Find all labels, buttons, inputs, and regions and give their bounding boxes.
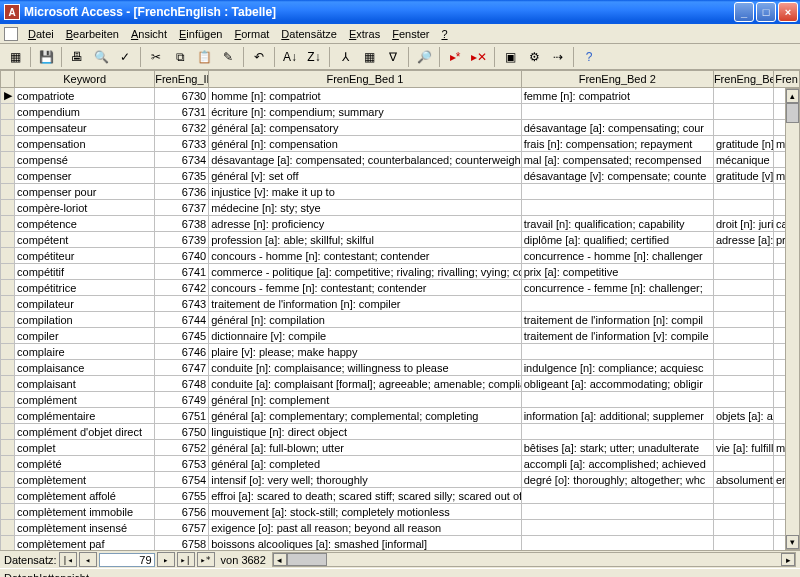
- rel-button[interactable]: ⇢: [547, 46, 569, 68]
- menu-einfügen[interactable]: Einfügen: [173, 26, 228, 42]
- row-selector[interactable]: [1, 456, 15, 472]
- row-selector[interactable]: [1, 488, 15, 504]
- cell[interactable]: 6733: [155, 136, 209, 152]
- cell[interactable]: intensif [o]: very well; thoroughly: [209, 472, 521, 488]
- cell[interactable]: concours - femme [n]: contestant; conten…: [209, 280, 521, 296]
- cell[interactable]: 6751: [155, 408, 209, 424]
- row-selector[interactable]: [1, 392, 15, 408]
- filter-form-button[interactable]: ▦: [358, 46, 380, 68]
- cell[interactable]: objets [a]: auxili: [713, 408, 773, 424]
- cell[interactable]: femme [n]: compatriot: [521, 88, 713, 104]
- cell[interactable]: 6745: [155, 328, 209, 344]
- table-row[interactable]: complaisant6748conduite [a]: complaisant…: [1, 376, 800, 392]
- cell[interactable]: 6737: [155, 200, 209, 216]
- table-row[interactable]: compère-loriot6737médecine [n]: sty; sty…: [1, 200, 800, 216]
- cell[interactable]: [521, 184, 713, 200]
- row-selector[interactable]: [1, 152, 15, 168]
- table-row[interactable]: compétent6739profession [a]: able; skill…: [1, 232, 800, 248]
- menu-format[interactable]: Format: [228, 26, 275, 42]
- vertical-scrollbar[interactable]: ▴ ▾: [785, 88, 800, 550]
- cell[interactable]: gratitude [v]: do: [713, 168, 773, 184]
- cell[interactable]: [713, 200, 773, 216]
- cell[interactable]: conduite [n]: complaisance; willingness …: [209, 360, 521, 376]
- cell[interactable]: gratitude [n]: sc: [713, 136, 773, 152]
- row-selector[interactable]: [1, 472, 15, 488]
- table-row[interactable]: compétitif6741commerce - politique [a]: …: [1, 264, 800, 280]
- cell[interactable]: 6748: [155, 376, 209, 392]
- row-selector[interactable]: [1, 232, 15, 248]
- row-selector[interactable]: [1, 280, 15, 296]
- table-row[interactable]: compétence6738adresse [n]: proficiencytr…: [1, 216, 800, 232]
- nav-first-button[interactable]: |◂: [59, 552, 77, 567]
- cell[interactable]: 6746: [155, 344, 209, 360]
- preview-button[interactable]: 🔍: [90, 46, 112, 68]
- cell[interactable]: [713, 360, 773, 376]
- cell[interactable]: complètement affolé: [15, 488, 155, 504]
- cell[interactable]: absolument [o]:: [713, 472, 773, 488]
- menu-ansicht[interactable]: Ansicht: [125, 26, 173, 42]
- table-row[interactable]: compensé6734désavantage [a]: compensated…: [1, 152, 800, 168]
- cell[interactable]: compilateur: [15, 296, 155, 312]
- cell[interactable]: traitement de l'information [n]: compile…: [209, 296, 521, 312]
- table-row[interactable]: complémentaire6751général [a]: complemen…: [1, 408, 800, 424]
- column-header[interactable]: Keyword: [15, 71, 155, 88]
- scroll-left-icon[interactable]: ◂: [273, 553, 287, 566]
- cell[interactable]: 6756: [155, 504, 209, 520]
- table-row[interactable]: complet6752général [a]: full-blown; utte…: [1, 440, 800, 456]
- datasheet[interactable]: KeywordFrenEng_IDFrenEng_Bed 1FrenEng_Be…: [0, 70, 800, 550]
- cell[interactable]: 6750: [155, 424, 209, 440]
- cell[interactable]: compétent: [15, 232, 155, 248]
- cell[interactable]: complaisant: [15, 376, 155, 392]
- table-row[interactable]: compilateur6743traitement de l'informati…: [1, 296, 800, 312]
- row-selector[interactable]: [1, 120, 15, 136]
- cell[interactable]: médecine [n]: sty; stye: [209, 200, 521, 216]
- cell[interactable]: concurrence - femme [n]: challenger;: [521, 280, 713, 296]
- row-selector[interactable]: [1, 168, 15, 184]
- cell[interactable]: [521, 104, 713, 120]
- cell[interactable]: complément d'objet direct: [15, 424, 155, 440]
- cell[interactable]: général [n]: complement: [209, 392, 521, 408]
- menu-fenster[interactable]: Fenster: [386, 26, 435, 42]
- cell[interactable]: traitement de l'information [v]: compile: [521, 328, 713, 344]
- cell[interactable]: [713, 312, 773, 328]
- nav-last-button[interactable]: ▸|: [177, 552, 195, 567]
- table-row[interactable]: complètement insensé6757exigence [o]: pa…: [1, 520, 800, 536]
- cut-button[interactable]: ✂: [145, 46, 167, 68]
- cell[interactable]: [521, 200, 713, 216]
- cell[interactable]: concours - homme [n]: contestant; conten…: [209, 248, 521, 264]
- nav-prev-button[interactable]: ◂: [79, 552, 97, 567]
- cell[interactable]: dictionnaire [v]: compile: [209, 328, 521, 344]
- cell[interactable]: bêtises [a]: stark; utter; unadulterate: [521, 440, 713, 456]
- cell[interactable]: [521, 424, 713, 440]
- cell[interactable]: 6736: [155, 184, 209, 200]
- sort-asc-button[interactable]: A↓: [279, 46, 301, 68]
- cell[interactable]: 6739: [155, 232, 209, 248]
- mdi-icon[interactable]: [4, 27, 18, 41]
- cell[interactable]: compétiteur: [15, 248, 155, 264]
- row-selector[interactable]: [1, 312, 15, 328]
- cell[interactable]: complètement insensé: [15, 520, 155, 536]
- print-button[interactable]: 🖶: [66, 46, 88, 68]
- cell[interactable]: compenser: [15, 168, 155, 184]
- cell[interactable]: complètement immobile: [15, 504, 155, 520]
- scroll-down-icon[interactable]: ▾: [786, 535, 799, 549]
- table-row[interactable]: compenser6735général [v]: set offdésavan…: [1, 168, 800, 184]
- cell[interactable]: compensateur: [15, 120, 155, 136]
- cell[interactable]: compétence: [15, 216, 155, 232]
- table-row[interactable]: complètement paf6758boissons alcooliques…: [1, 536, 800, 551]
- cell[interactable]: [713, 104, 773, 120]
- table-row[interactable]: complètement6754intensif [o]: very well;…: [1, 472, 800, 488]
- cell[interactable]: [713, 248, 773, 264]
- cell[interactable]: 6749: [155, 392, 209, 408]
- menu-datei[interactable]: Datei: [22, 26, 60, 42]
- column-header[interactable]: FrenEng_Bed 1: [209, 71, 521, 88]
- row-selector[interactable]: [1, 264, 15, 280]
- row-selector[interactable]: [1, 408, 15, 424]
- horizontal-scrollbar[interactable]: ◂ ▸: [272, 552, 796, 567]
- hscroll-thumb[interactable]: [287, 553, 327, 566]
- filter-toggle-button[interactable]: ∇: [382, 46, 404, 68]
- cell[interactable]: 6731: [155, 104, 209, 120]
- cell[interactable]: 6740: [155, 248, 209, 264]
- cell[interactable]: [713, 392, 773, 408]
- menu-?[interactable]: ?: [435, 26, 453, 42]
